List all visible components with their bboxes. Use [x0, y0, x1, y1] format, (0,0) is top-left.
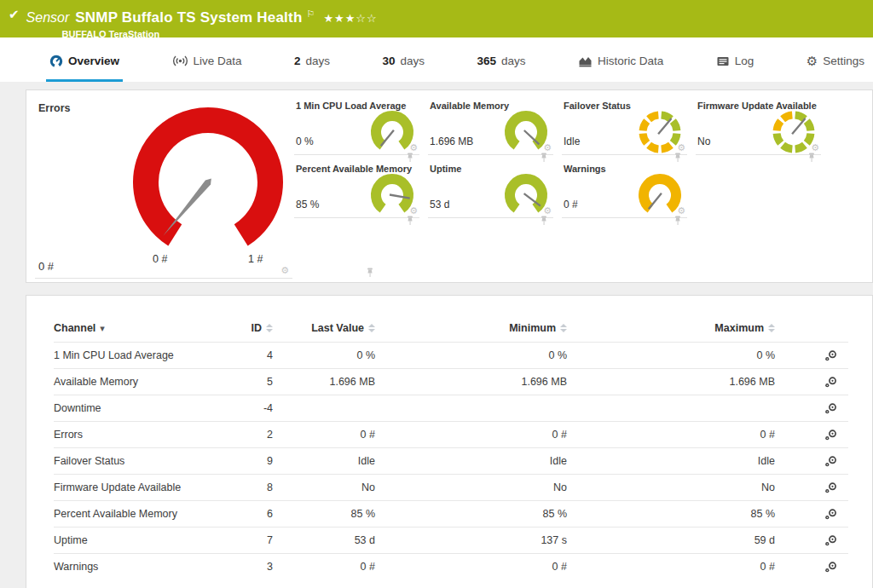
cell-id: 9: [222, 455, 273, 467]
cell-minimum: 0 %: [375, 349, 567, 361]
table-row-firmware-update-available: Firmware Update Available8NoNoNo: [54, 474, 848, 500]
gauge-settings-gear-icon[interactable]: ⚙: [280, 266, 289, 275]
gauges-panel: Errors 0 # 0 # 1 # ⚙ 1 Min CPU Load Aver…: [26, 89, 873, 283]
channel-settings-button[interactable]: [824, 481, 838, 494]
gauge-cell-errors: Errors 0 # 0 # 1 # ⚙: [33, 95, 294, 278]
tab-365-days[interactable]: 365days: [474, 49, 529, 82]
gauge-scale-max: 1 #: [248, 253, 263, 265]
tab-overview[interactable]: Overview: [46, 49, 123, 82]
cell-channel: Failover Status: [54, 455, 222, 467]
cell-maximum: No: [567, 481, 775, 493]
cell-last-value: Idle: [273, 455, 375, 467]
column-header-last-value[interactable]: Last Value: [273, 322, 375, 334]
table-row-warnings: Warnings30 #0 #0 #: [54, 553, 848, 579]
sensor-titles: SensorSNMP Buffalo TS System Health⚐★★★☆…: [26, 5, 378, 39]
sort-icon: [560, 324, 567, 332]
channel-settings-button[interactable]: [824, 349, 838, 362]
gauge-settings-gear-icon[interactable]: ⚙: [409, 206, 418, 216]
gauge-pin-icon[interactable]: [807, 153, 816, 163]
device-name: BUFFALO TeraStation: [62, 29, 378, 39]
tab-label: Live Data: [194, 55, 242, 67]
channel-settings-button[interactable]: [824, 402, 838, 415]
cell-last-value: 53 d: [273, 534, 375, 546]
gauge-pin-icon[interactable]: [674, 216, 682, 226]
cell-maximum: 0 #: [567, 561, 775, 573]
gauge-settings-gear-icon[interactable]: ⚙: [677, 143, 685, 153]
gauge-pin-icon[interactable]: [366, 268, 374, 278]
gauge-settings-gear-icon[interactable]: ⚙: [543, 206, 552, 216]
gauge-settings-gear-icon[interactable]: ⚙: [409, 143, 418, 153]
table-row-percent-available-memory: Percent Available Memory685 %85 %85 %: [54, 500, 848, 527]
table-row-uptime: Uptime753 d137 s59 d: [54, 527, 848, 553]
cell-id: 7: [222, 534, 273, 546]
sensor-title: SNMP Buffalo TS System Health: [75, 9, 302, 26]
channel-settings-button[interactable]: [824, 376, 838, 389]
tab-live-data[interactable]: Live Data: [169, 49, 246, 82]
gauge-title: Available Memory: [430, 101, 509, 111]
channel-settings-button[interactable]: [824, 561, 838, 574]
mini-gauges-grid: 1 Min CPU Load Average0 %⚙Available Memo…: [294, 97, 830, 282]
gauge-pin-icon[interactable]: [406, 216, 414, 226]
tab-settings[interactable]: ⚙Settings: [803, 49, 868, 82]
gauge-settings-gear-icon[interactable]: ⚙: [677, 206, 685, 216]
channel-settings-gears-icon: [824, 455, 838, 468]
column-header-maximum[interactable]: Maximum: [567, 322, 775, 334]
cell-maximum: 0 %: [567, 349, 775, 361]
gauge-current-value: Idle: [564, 135, 580, 147]
sort-desc-icon: ▾: [100, 323, 105, 334]
cell-maximum: 85 %: [567, 508, 775, 520]
cell-channel: Uptime: [54, 534, 222, 546]
cell-minimum: 1.696 MB: [375, 376, 567, 388]
tab-30-days[interactable]: 30days: [379, 49, 429, 82]
gauge-current-value: No: [697, 135, 710, 147]
sort-icon: [768, 324, 775, 332]
gauge-cell-warnings: Warnings0 #⚙: [562, 160, 687, 218]
table-row-failover-status: Failover Status9IdleIdleIdle: [54, 447, 848, 474]
flag-icon[interactable]: ⚐: [307, 9, 315, 19]
cell-channel: Warnings: [54, 561, 222, 573]
channel-settings-gears-icon: [824, 349, 838, 362]
channel-settings-gears-icon: [824, 534, 838, 547]
tab-label: Overview: [68, 55, 119, 67]
cell-maximum: 1.696 MB: [567, 376, 775, 388]
gauge-cell-available-memory: Available Memory1.696 MB⚙: [428, 97, 553, 155]
gauge-settings-gear-icon[interactable]: ⚙: [811, 143, 819, 153]
errors-gauge: [119, 97, 298, 256]
gauge-cell-1-min-cpu-load-average: 1 Min CPU Load Average0 %⚙: [294, 97, 419, 155]
tab-2-days[interactable]: 2days: [291, 49, 333, 82]
cell-maximum: 59 d: [567, 534, 775, 546]
gauge-cell-failover-status: Failover StatusIdle⚙: [562, 97, 687, 155]
cell-id: 2: [222, 429, 273, 441]
cell-id: 4: [222, 349, 273, 361]
channel-settings-gears-icon: [824, 508, 838, 521]
cell-id: 3: [222, 561, 273, 573]
tab-bar: OverviewLive Data2days30days365daysHisto…: [0, 37, 873, 82]
tab-log[interactable]: Log: [713, 49, 758, 82]
cell-last-value: 0 #: [273, 429, 375, 441]
channel-settings-gears-icon: [824, 429, 838, 441]
tab-historic-data[interactable]: Historic Data: [575, 49, 667, 82]
channels-panel: Channel▾IDLast ValueMinimumMaximum 1 Min…: [26, 295, 873, 588]
gauge-current-value: 1.696 MB: [430, 135, 473, 147]
tab-label: Settings: [823, 55, 864, 67]
cell-maximum: Idle: [567, 455, 775, 467]
gauge-title: Warnings: [564, 164, 606, 174]
column-header-id[interactable]: ID: [222, 322, 273, 334]
gauge-pin-icon[interactable]: [540, 216, 548, 226]
cell-maximum: 0 #: [567, 429, 775, 441]
sort-icon: [266, 324, 273, 332]
column-header-minimum[interactable]: Minimum: [375, 322, 567, 334]
column-header-channel[interactable]: Channel▾: [54, 322, 222, 334]
cell-channel: Errors: [54, 429, 222, 441]
channel-settings-button[interactable]: [824, 429, 838, 441]
priority-stars[interactable]: ★★★☆☆: [323, 12, 377, 25]
channel-settings-gears-icon: [824, 481, 838, 494]
channel-settings-button[interactable]: [824, 508, 838, 521]
gauge-current-value: 0 #: [38, 260, 54, 273]
channel-settings-button[interactable]: [824, 455, 838, 468]
channel-settings-button[interactable]: [824, 534, 838, 547]
cell-id: 8: [222, 481, 273, 493]
cell-last-value: 0 #: [273, 561, 375, 573]
gauge-settings-gear-icon[interactable]: ⚙: [543, 143, 552, 153]
tab-label: Log: [735, 55, 754, 67]
